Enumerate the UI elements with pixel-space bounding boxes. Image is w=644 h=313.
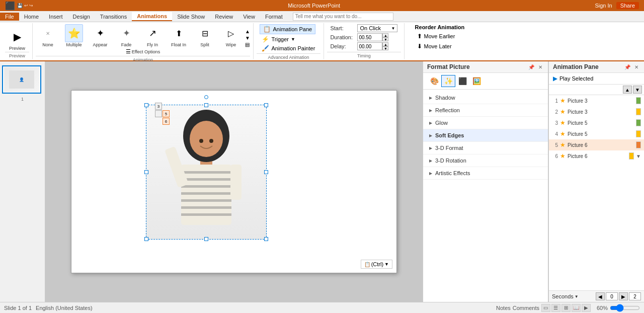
preview-button[interactable]: ▶ Preview bbox=[5, 28, 29, 51]
anim-item-1-color bbox=[636, 97, 641, 104]
tab-file[interactable]: File bbox=[0, 13, 19, 21]
panel-icon-effects[interactable]: ✨ bbox=[441, 75, 455, 87]
comments-button[interactable]: Comments bbox=[513, 305, 539, 311]
title-bar: ⬛ 💾 ↩ ↪ Microsoft PowerPoint Sign In Sha… bbox=[0, 0, 644, 11]
trigger-button[interactable]: ⚡ Trigger ▼ bbox=[260, 35, 297, 43]
panel-pin-button[interactable]: 📌 bbox=[528, 63, 535, 70]
anim-item-2[interactable]: 2 ★ Picture 3 bbox=[549, 106, 644, 117]
fade-button[interactable]: ✦ Fade bbox=[114, 24, 138, 47]
share-button[interactable]: Share bbox=[616, 2, 639, 9]
zoom-slider[interactable] bbox=[610, 305, 640, 311]
normal-view-btn[interactable]: ▭ bbox=[541, 304, 550, 312]
person-silhouette bbox=[156, 107, 257, 238]
scroll-down-button[interactable]: ▼ bbox=[245, 35, 250, 41]
duration-input[interactable] bbox=[357, 33, 382, 41]
animation-pane-button[interactable]: 📋 Animation Pane bbox=[260, 24, 315, 34]
tab-design[interactable]: Design bbox=[68, 13, 95, 21]
multiple-button[interactable]: ⭐ Multiple bbox=[62, 24, 86, 47]
panel-close-button[interactable]: ✕ bbox=[537, 63, 544, 70]
3d-rotation-header[interactable]: ▶ 3-D Rotation bbox=[423, 154, 548, 167]
timing-group-label: Timing bbox=[327, 52, 401, 58]
soft-edges-expand-icon: ▶ bbox=[429, 133, 432, 138]
tab-slideshow[interactable]: Slide Show bbox=[172, 13, 210, 21]
slide-thumbnail[interactable]: 👤 bbox=[2, 65, 41, 94]
animation-list: 1 ★ Picture 3 2 ★ Picture 3 3 ★ Pi bbox=[549, 95, 644, 290]
anim-num-left[interactable] bbox=[155, 110, 162, 117]
seconds-label: Seconds bbox=[552, 293, 574, 299]
effect-options-button[interactable]: ☰ Effect Options bbox=[126, 48, 160, 55]
panel-icon-picture[interactable]: 🖼️ bbox=[469, 75, 484, 87]
anim-item-5[interactable]: 5 ★ Picture 6 bbox=[549, 139, 644, 150]
duration-up[interactable]: ▲ bbox=[382, 33, 388, 37]
tab-home[interactable]: Home bbox=[19, 13, 44, 21]
tab-animations[interactable]: Animations bbox=[132, 12, 172, 21]
play-selected-label: Play Selected bbox=[559, 75, 593, 82]
shadow-header[interactable]: ▶ Shadow bbox=[423, 92, 548, 104]
anim-item-2-name: Picture 3 bbox=[568, 109, 634, 115]
3d-format-section: ▶ 3-D Format bbox=[423, 142, 548, 154]
split-button[interactable]: ⊟ Split bbox=[193, 24, 217, 47]
anim-badge-6[interactable]: 6 bbox=[163, 118, 170, 125]
move-down-button[interactable]: ▼ bbox=[633, 86, 642, 94]
move-up-button[interactable]: ▲ bbox=[623, 86, 632, 94]
start-select[interactable]: On Click ▼ bbox=[357, 24, 397, 32]
anim-badge-3[interactable]: 3 bbox=[155, 103, 162, 110]
artistic-effects-header[interactable]: ▶ Artistic Effects bbox=[423, 167, 548, 179]
timeline-prev[interactable]: ◀ bbox=[596, 292, 605, 300]
tab-review[interactable]: Review bbox=[210, 13, 238, 21]
panel-icon-fill[interactable]: 🎨 bbox=[427, 75, 441, 87]
glow-header[interactable]: ▶ Glow bbox=[423, 117, 548, 129]
animation-painter-button[interactable]: 🖌️ Animation Painter bbox=[260, 44, 317, 52]
anim-item-3[interactable]: 3 ★ Picture 5 bbox=[549, 117, 644, 128]
delay-down[interactable]: ▼ bbox=[382, 46, 388, 50]
anim-pane-pin[interactable]: 📌 bbox=[624, 63, 631, 70]
3d-format-label: 3-D Format bbox=[435, 145, 463, 151]
delay-up[interactable]: ▲ bbox=[382, 42, 388, 46]
float-in-button[interactable]: ⬆ Float In bbox=[167, 24, 191, 47]
panel-icon-row: 🎨 ✨ ⬛ 🖼️ bbox=[423, 73, 548, 90]
soft-edges-header[interactable]: ▶ Soft Edges bbox=[423, 129, 548, 141]
reorder-label: Reorder Animation bbox=[415, 24, 465, 30]
timeline-next[interactable]: ▶ bbox=[619, 292, 628, 300]
tab-insert[interactable]: Insert bbox=[44, 13, 68, 21]
delay-input[interactable] bbox=[357, 42, 382, 50]
anim-item-6[interactable]: 6 ★ Picture 6 ▼ bbox=[549, 150, 644, 162]
rotate-handle[interactable] bbox=[204, 95, 208, 99]
anim-badge-5[interactable]: 5 bbox=[163, 110, 170, 117]
none-button[interactable]: ✕ None bbox=[36, 24, 60, 47]
anim-pane-close[interactable]: ✕ bbox=[633, 63, 640, 70]
search-input[interactable] bbox=[293, 13, 393, 21]
svg-rect-6 bbox=[181, 185, 231, 188]
anim-item-4[interactable]: 4 ★ Picture 5 bbox=[549, 128, 644, 139]
outline-view-btn[interactable]: ☰ bbox=[551, 304, 560, 312]
slide-canvas[interactable]: 3 5 6 📋 (Ctrl) bbox=[71, 90, 397, 273]
tab-view[interactable]: View bbox=[238, 13, 260, 21]
slide-sorter-btn[interactable]: ⊞ bbox=[561, 304, 571, 312]
fly-in-button[interactable]: ↗ Fly In bbox=[140, 24, 165, 47]
3d-format-header[interactable]: ▶ 3-D Format bbox=[423, 142, 548, 154]
ctrl-arrow: ▼ bbox=[384, 262, 389, 267]
reading-view-btn[interactable]: 📖 bbox=[572, 304, 581, 312]
play-icon: ▶ bbox=[553, 75, 557, 82]
panel-icon-size[interactable]: ⬛ bbox=[455, 75, 469, 87]
tab-transitions[interactable]: Transitions bbox=[95, 13, 132, 21]
slideshow-btn[interactable]: ▶ bbox=[582, 304, 591, 312]
duration-down[interactable]: ▼ bbox=[382, 37, 388, 41]
ctrl-tooltip[interactable]: 📋 (Ctrl) ▼ bbox=[361, 260, 392, 269]
appear-button[interactable]: ✦ Appear bbox=[88, 24, 112, 47]
reflection-header[interactable]: ▶ Reflection bbox=[423, 104, 548, 116]
wipe-button[interactable]: ▷ Wipe bbox=[219, 24, 243, 47]
sign-in-link[interactable]: Sign In bbox=[595, 3, 612, 9]
scroll-up-button[interactable]: ▲ bbox=[245, 29, 250, 34]
tab-format[interactable]: Format bbox=[260, 13, 288, 21]
more-animations-button[interactable]: ▤ bbox=[245, 42, 250, 47]
svg-rect-12 bbox=[230, 165, 242, 200]
play-selected-button[interactable]: ▶ Play Selected bbox=[549, 73, 644, 85]
move-earlier-button[interactable]: ⬆ Move Earlier bbox=[415, 32, 457, 40]
seconds-dropdown[interactable]: Seconds ▼ bbox=[552, 293, 579, 299]
shadow-section: ▶ Shadow bbox=[423, 92, 548, 104]
3d-rotation-expand-icon: ▶ bbox=[429, 159, 432, 163]
anim-item-1[interactable]: 1 ★ Picture 3 bbox=[549, 95, 644, 106]
move-later-button[interactable]: ⬇ Move Later bbox=[415, 42, 454, 50]
notes-button[interactable]: Notes bbox=[496, 305, 511, 311]
